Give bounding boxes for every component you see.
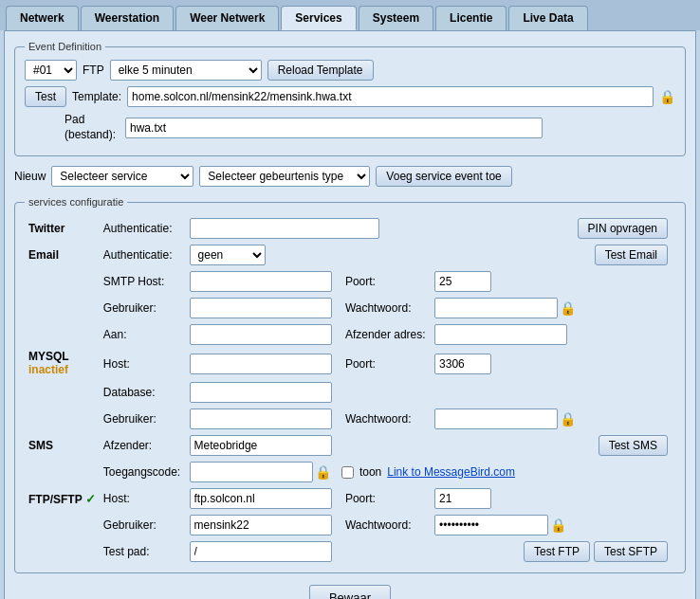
email-smtp-input[interactable]	[190, 271, 332, 292]
ftp-user-input[interactable]	[190, 515, 332, 535]
ftp-testpad-input[interactable]	[190, 541, 332, 562]
main-content: Event Definition #01 FTP elke 5 minuten …	[4, 30, 696, 599]
nieuw-label: Nieuw	[14, 170, 46, 183]
interval-select[interactable]: elke 5 minuten	[110, 60, 262, 81]
tab-netwerk[interactable]: Netwerk	[6, 6, 79, 30]
sms-link[interactable]: Link to MessageBird.com	[387, 465, 515, 479]
mysql-status: inactief	[28, 363, 95, 376]
email-user-input[interactable]	[190, 298, 332, 318]
mysql-row-user: Gebruiker: Wachtwoord: 🔒	[25, 406, 675, 432]
ftp-pass-label: Wachtwoord:	[338, 512, 431, 538]
event-type-label: FTP	[83, 64, 104, 77]
mysql-user-input[interactable]	[190, 408, 332, 429]
twitter-row: Twitter Authenticatie: PIN opvragen	[25, 215, 675, 242]
email-pass-lock-icon: 🔒	[560, 300, 576, 316]
ftp-host-label: Host:	[100, 485, 186, 512]
event-definition-section: Event Definition #01 FTP elke 5 minuten …	[14, 41, 686, 156]
voeg-service-event-button[interactable]: Voeg service event toe	[376, 166, 511, 187]
email-smtp-label: SMTP Host:	[100, 268, 186, 295]
sms-code-label: Toegangscode:	[100, 459, 186, 485]
mysql-pass-label: Wachtwoord:	[338, 406, 431, 432]
email-pass-input[interactable]	[434, 298, 558, 318]
sms-row-code: Toegangscode: 🔒 toon Link to MessageBird…	[25, 459, 675, 485]
twitter-auth-input[interactable]	[190, 218, 379, 239]
event-row-3: Pad (bestand):	[25, 113, 675, 142]
tab-systeem[interactable]: Systeem	[359, 6, 433, 30]
bewaar-row: Bewaar	[14, 585, 686, 599]
mysql-host-input[interactable]	[190, 354, 332, 374]
ftp-port-label: Poort:	[338, 485, 431, 512]
ftp-pass-input[interactable]	[434, 515, 548, 535]
event-row-2: Test Template: 🔒	[25, 86, 675, 107]
sms-sender-input[interactable]	[190, 435, 332, 456]
test-sftp-button[interactable]: Test SFTP	[594, 541, 668, 562]
ftp-host-input[interactable]	[190, 488, 332, 509]
email-to-input[interactable]	[190, 324, 332, 345]
ftp-pass-lock-icon: 🔒	[550, 517, 566, 533]
test-sms-button[interactable]: Test SMS	[599, 435, 668, 456]
email-row-to: Aan: Afzender adres:	[25, 321, 675, 348]
ftp-row-user: Gebruiker: Wachtwoord: 🔒	[25, 512, 675, 538]
email-to-label: Aan:	[100, 321, 186, 348]
ftp-checkmark: ✓	[85, 492, 96, 506]
email-name: Email	[25, 242, 100, 268]
pad-input[interactable]	[125, 118, 543, 138]
twitter-name: Twitter	[25, 215, 100, 242]
twitter-pin-button[interactable]: PIN opvragen	[578, 218, 668, 239]
template-icon: 🔒	[659, 89, 675, 104]
ftp-testpad-label: Test pad:	[100, 538, 186, 565]
bewaar-button[interactable]: Bewaar	[309, 585, 391, 599]
mysql-pass-lock-icon: 🔒	[560, 411, 576, 427]
tab-bar: Netwerk Weerstation Weer Netwerk Service…	[0, 0, 700, 30]
test-email-button[interactable]: Test Email	[595, 245, 668, 265]
services-config-legend: services configuratie	[25, 196, 127, 208]
test-button[interactable]: Test	[25, 86, 66, 107]
sms-code-lock-icon: 🔒	[315, 464, 331, 480]
template-input[interactable]	[127, 86, 654, 107]
nieuw-row: Nieuw Selecteer service Selecteer gebeur…	[14, 166, 686, 187]
mysql-host-label: Host:	[100, 348, 186, 379]
services-config-section: services configuratie Twitter Authentica…	[14, 196, 686, 573]
pad-label: Pad (bestand):	[64, 113, 116, 142]
tab-livedata[interactable]: Live Data	[508, 6, 587, 30]
mysql-name: MYSQL	[28, 350, 96, 363]
mysql-db-input[interactable]	[190, 382, 332, 403]
tab-weerstation[interactable]: Weerstation	[81, 6, 174, 30]
event-definition-legend: Event Definition	[25, 41, 105, 52]
sms-row-1: SMS Afzender: Test SMS	[25, 432, 675, 459]
sms-toon-checkbox[interactable]	[341, 466, 354, 479]
sms-toon-label: toon	[359, 465, 381, 479]
mysql-port-label: Poort:	[338, 348, 431, 379]
reload-template-button[interactable]: Reload Template	[267, 60, 374, 81]
email-auth-label: Authenticatie:	[100, 242, 186, 268]
mysql-user-label: Gebruiker:	[100, 406, 186, 432]
email-user-label: Gebruiker:	[100, 295, 186, 321]
mysql-db-label: Database:	[100, 379, 186, 406]
email-row-smtp: SMTP Host: Poort:	[25, 268, 675, 295]
services-table: Twitter Authenticatie: PIN opvragen Emai…	[25, 215, 675, 565]
email-row-1: Email Authenticatie: geen Test Email	[25, 242, 675, 268]
email-row-user: Gebruiker: Wachtwoord: 🔒	[25, 295, 675, 321]
email-sender-input[interactable]	[434, 324, 567, 345]
email-sender-label: Afzender adres:	[338, 321, 431, 348]
sms-code-input[interactable]	[190, 462, 313, 482]
tab-weernetwerk[interactable]: Weer Netwerk	[175, 6, 279, 30]
email-pass-label: Wachtwoord:	[338, 295, 431, 321]
mysql-pass-input[interactable]	[434, 408, 558, 429]
event-row-1: #01 FTP elke 5 minuten Reload Template	[25, 60, 675, 81]
template-label: Template:	[72, 90, 121, 103]
mysql-port-input[interactable]	[434, 354, 491, 374]
sms-sender-label: Afzender:	[100, 432, 186, 459]
select-service[interactable]: Selecteer service	[51, 166, 193, 187]
ftp-port-input[interactable]	[434, 488, 491, 509]
event-id-select[interactable]: #01	[25, 60, 77, 81]
email-auth-select[interactable]: geen	[190, 245, 266, 265]
test-ftp-button[interactable]: Test FTP	[524, 541, 590, 562]
email-port-input[interactable]	[434, 271, 491, 292]
tab-licentie[interactable]: Licentie	[435, 6, 507, 30]
tab-services[interactable]: Services	[281, 6, 356, 30]
twitter-auth-label: Authenticatie:	[100, 215, 186, 242]
ftp-row-1: FTP/SFTP ✓ Host: Poort:	[25, 485, 675, 512]
mysql-row-1: MYSQL inactief Host: Poort:	[25, 348, 675, 379]
select-event-type[interactable]: Selecteer gebeurtenis type	[199, 166, 370, 187]
